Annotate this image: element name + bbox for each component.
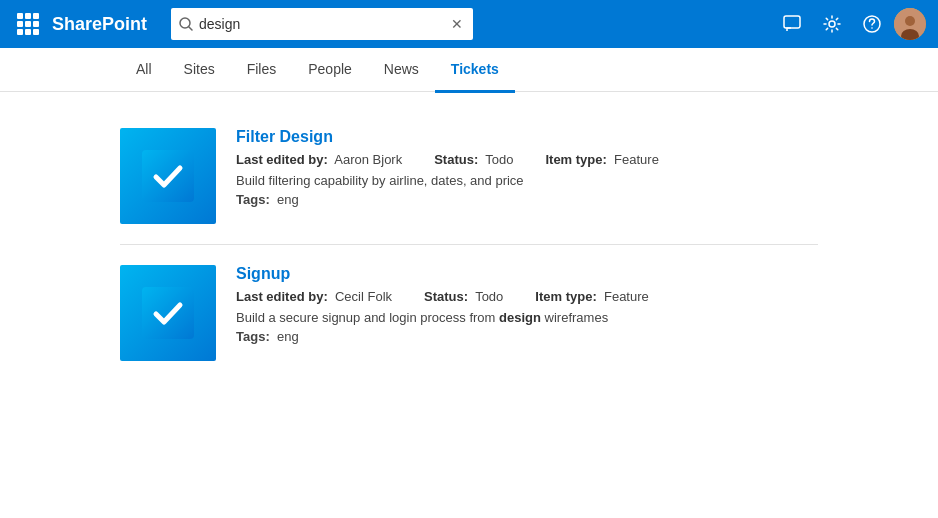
last-edited-label-2: Last edited by: Cecil Folk — [236, 289, 392, 304]
checkmark-icon-2 — [142, 287, 194, 339]
brand-name[interactable]: SharePoint — [52, 14, 147, 35]
desc-highlight-2: design — [499, 310, 541, 325]
result-tags-2: Tags: eng — [236, 329, 818, 344]
help-button[interactable] — [854, 6, 890, 42]
svg-point-7 — [905, 16, 915, 26]
waffle-icon — [17, 13, 39, 35]
tab-tickets[interactable]: Tickets — [435, 49, 515, 93]
desc-after-2: wireframes — [541, 310, 608, 325]
svg-rect-9 — [142, 150, 194, 202]
result-thumbnail-1 — [120, 128, 216, 224]
help-icon — [863, 15, 881, 33]
result-content-1: Filter Design Last edited by: Aaron Bjor… — [236, 128, 818, 207]
result-title-1[interactable]: Filter Design — [236, 128, 818, 146]
header-icons — [774, 6, 926, 42]
result-meta-2: Last edited by: Cecil Folk Status: Todo … — [236, 289, 818, 304]
search-input[interactable]: design — [199, 16, 442, 32]
status-2: Status: Todo — [424, 289, 503, 304]
chat-icon — [783, 15, 801, 33]
result-desc-2: Build a secure signup and login process … — [236, 310, 818, 325]
last-edited-label-1: Last edited by: Aaron Bjork — [236, 152, 402, 167]
svg-rect-2 — [784, 16, 800, 28]
item-type-2: Item type: Feature — [535, 289, 648, 304]
svg-line-1 — [189, 27, 192, 30]
search-box: design ✕ — [171, 8, 472, 40]
result-thumbnail-2 — [120, 265, 216, 361]
svg-point-5 — [871, 27, 873, 29]
avatar-image — [894, 8, 926, 40]
result-desc-1: Build filtering capability by airline, d… — [236, 173, 818, 188]
result-title-2[interactable]: Signup — [236, 265, 818, 283]
status-1: Status: Todo — [434, 152, 513, 167]
gear-icon — [823, 15, 841, 33]
tab-files[interactable]: Files — [231, 49, 293, 93]
clear-search-button[interactable]: ✕ — [449, 16, 465, 32]
svg-point-3 — [829, 21, 835, 27]
results-area: Filter Design Last edited by: Aaron Bjor… — [0, 92, 938, 381]
result-content-2: Signup Last edited by: Cecil Folk Status… — [236, 265, 818, 344]
item-type-1: Item type: Feature — [545, 152, 658, 167]
chat-button[interactable] — [774, 6, 810, 42]
search-icon — [179, 17, 193, 31]
tab-people[interactable]: People — [292, 49, 368, 93]
checkmark-icon — [142, 150, 194, 202]
header: SharePoint design ✕ — [0, 0, 938, 48]
result-tags-1: Tags: eng — [236, 192, 818, 207]
desc-before-2: Build a secure signup and login process … — [236, 310, 499, 325]
avatar[interactable] — [894, 8, 926, 40]
tab-sites[interactable]: Sites — [168, 49, 231, 93]
settings-button[interactable] — [814, 6, 850, 42]
nav-tabs: All Sites Files People News Tickets — [0, 48, 938, 92]
result-item-1: Filter Design Last edited by: Aaron Bjor… — [120, 108, 818, 245]
result-item-2: Signup Last edited by: Cecil Folk Status… — [120, 245, 818, 381]
svg-rect-10 — [142, 287, 194, 339]
waffle-button[interactable] — [12, 8, 44, 40]
tab-news[interactable]: News — [368, 49, 435, 93]
result-meta-1: Last edited by: Aaron Bjork Status: Todo… — [236, 152, 818, 167]
tab-all[interactable]: All — [120, 49, 168, 93]
